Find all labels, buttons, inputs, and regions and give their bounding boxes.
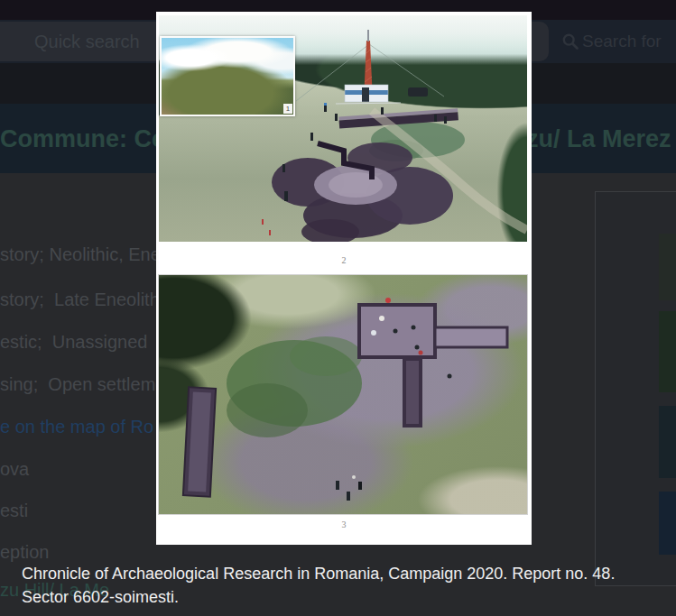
caption-line-1: Chronicle of Archaeological Research in … xyxy=(22,562,668,585)
caption-line-2: Sector 6602-soimesti. xyxy=(22,585,668,609)
figure-2-number-label: 2 xyxy=(156,255,532,265)
screen: Search for Commune: Cept zu/ La Merez | … xyxy=(0,0,676,616)
figure-1-number-label: 1 xyxy=(283,104,292,114)
lightbox-caption: Chronicle of Archaeological Research in … xyxy=(22,562,668,609)
figure-photo-1-inset-hill: 1 xyxy=(160,36,295,116)
lightbox-document-page[interactable]: 1 2 xyxy=(156,12,532,545)
figure-photo-3-aerial-trenches xyxy=(159,275,527,514)
photo-3-detail-art xyxy=(159,275,527,514)
figure-3-number-label: 3 xyxy=(156,519,532,529)
